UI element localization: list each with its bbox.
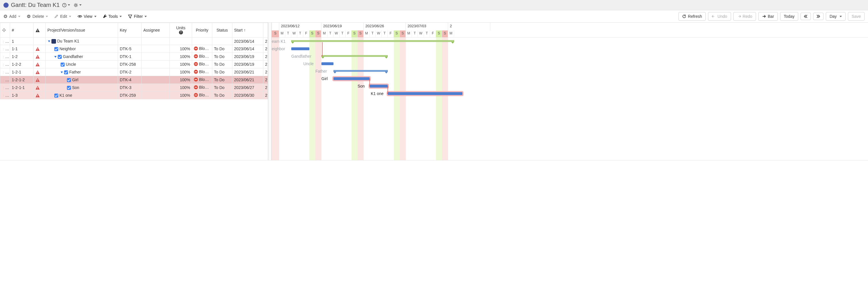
redo-button[interactable]: Redo (733, 12, 756, 21)
summary-bar[interactable] (334, 70, 388, 72)
svg-text:?: ? (63, 4, 65, 7)
col-warn[interactable] (34, 23, 46, 38)
cell-end: 2 (264, 61, 268, 68)
cell-name[interactable]: Father (46, 68, 118, 76)
cell-units: 100% (170, 45, 192, 53)
cell-warn (34, 92, 46, 99)
drag-handle-icon[interactable]: ⋮⋮ (2, 85, 9, 90)
summary-bar[interactable] (291, 40, 454, 42)
svg-rect-7 (37, 31, 38, 32)
table-row[interactable]: ⋮⋮1-3K1 oneDTK-259100%Blo…To Do2023/06/3… (0, 92, 268, 99)
bar-label: Uncle (303, 61, 314, 66)
task-bar[interactable] (370, 85, 388, 88)
col-status[interactable]: Status (212, 23, 232, 38)
table-row[interactable]: ⋮⋮1-2-1-1SonDTK-3100%Blo…To Do2023/06/27… (0, 84, 268, 92)
scroll-right-button[interactable] (813, 13, 824, 20)
task-bar[interactable] (291, 47, 309, 50)
pencil-icon (54, 14, 58, 19)
add-button[interactable]: Add (3, 14, 21, 19)
drag-handle-icon[interactable]: ⋮⋮ (2, 70, 9, 74)
drag-handle-icon[interactable]: ⋮⋮ (2, 39, 9, 44)
day-header: T (412, 30, 418, 37)
priority-blocker: Blo… (194, 93, 209, 97)
refresh-icon (682, 14, 686, 19)
warning-icon (35, 55, 40, 59)
col-issue[interactable]: Project/Version/Issue (46, 23, 118, 38)
svg-rect-20 (37, 95, 38, 96)
cell-start: 2023/06/27 (232, 84, 264, 92)
eye-icon (78, 14, 82, 19)
save-button[interactable]: Save (848, 12, 865, 21)
col-key[interactable]: Key (118, 23, 142, 38)
cell-units: 100% (170, 84, 192, 92)
col-start[interactable]: Start↑ (232, 23, 264, 38)
cell-units: 100% (170, 76, 192, 84)
day-header: S (351, 30, 358, 37)
cell-end: 2 (264, 45, 268, 53)
chevron-down-icon[interactable] (61, 71, 63, 73)
drag-handle-icon[interactable]: ⋮⋮ (2, 54, 9, 59)
cell-status: To Do (212, 45, 232, 53)
page-title: Gantt: Du Team K1 (11, 2, 60, 8)
zoom-level-button[interactable]: Day (826, 12, 846, 21)
cell-key: DTK-3 (118, 84, 142, 92)
view-button[interactable]: View (78, 14, 96, 19)
cell-name[interactable]: Gandfather (46, 53, 118, 61)
col-units[interactable]: Units? (170, 23, 192, 38)
drag-handle-icon[interactable]: ⋮⋮ (2, 62, 9, 67)
col-num[interactable]: # (10, 23, 34, 38)
table-row[interactable]: ⋮⋮1-2GandfatherDTK-1100%Blo…To Do2023/06… (0, 53, 268, 61)
table-row[interactable]: ⋮⋮1-2-1FatherDTK-2100%Blo…To Do2023/06/2… (0, 68, 268, 76)
drag-handle-icon[interactable]: ⋮⋮ (2, 93, 9, 98)
checkbox-icon (54, 47, 58, 51)
help-menu[interactable]: ? (62, 3, 70, 7)
chevron-down-icon[interactable] (48, 40, 50, 42)
undo-button[interactable]: Undo (708, 12, 731, 21)
bar-label: Girl (321, 76, 328, 81)
day-header: W (418, 30, 424, 37)
cell-name[interactable]: Neighbor (46, 45, 118, 53)
task-bar[interactable] (321, 62, 334, 65)
delete-button[interactable]: Delete (27, 14, 48, 19)
drag-handle-icon[interactable]: ⋮⋮ (2, 77, 9, 82)
cell-name[interactable]: Son (46, 84, 118, 92)
split-handle[interactable] (268, 23, 272, 160)
table-row[interactable]: ⋮⋮1Du Team K12023/06/142 (0, 38, 268, 45)
summary-bar[interactable] (321, 55, 388, 57)
task-bar[interactable] (334, 77, 370, 80)
bar-label: Father (315, 69, 327, 73)
tools-button[interactable]: Tools (103, 14, 122, 19)
svg-rect-17 (37, 81, 38, 81)
today-button[interactable]: Today (780, 12, 798, 21)
col-assignee[interactable]: Assignee (142, 23, 170, 38)
chevron-down-icon[interactable] (54, 56, 57, 58)
scroll-left-button[interactable] (801, 13, 811, 20)
day-header: W (334, 30, 340, 37)
day-header: F (345, 30, 351, 37)
cell-name[interactable]: Girl (46, 76, 118, 84)
table-row[interactable]: ⋮⋮1-1NeighborDTK-5100%Blo…To Do2023/06/1… (0, 45, 268, 53)
col-end-trunc[interactable] (264, 23, 268, 38)
col-priority[interactable]: Priority (192, 23, 212, 38)
filter-button[interactable]: Filter (128, 14, 147, 19)
settings-menu[interactable] (73, 3, 82, 7)
cell-name[interactable]: Uncle (46, 61, 118, 68)
table-row[interactable]: ⋮⋮1-2-2UncleDTK-258100%Blo…To Do2023/06/… (0, 61, 268, 68)
svg-rect-10 (37, 56, 38, 58)
refresh-button[interactable]: Refresh (678, 12, 706, 21)
task-bar[interactable] (388, 92, 462, 95)
help-icon: ? (62, 3, 67, 7)
priority-blocker: Blo… (194, 46, 209, 51)
drag-handle-icon[interactable]: ⋮⋮ (2, 46, 9, 51)
edit-button[interactable]: Edit (54, 14, 71, 19)
project-icon (52, 39, 56, 44)
col-drag[interactable] (0, 23, 10, 38)
bar-button[interactable]: Bar (758, 12, 778, 21)
cell-name[interactable]: Du Team K1 (46, 38, 118, 45)
table-row[interactable]: ⋮⋮1-2-1-2GirlDTK-4100%Blo…To Do2023/06/2… (0, 76, 268, 84)
cell-name[interactable]: K1 one (46, 92, 118, 99)
wrench-icon (103, 14, 107, 19)
cell-start: 2023/06/21 (232, 68, 264, 76)
blocker-icon (194, 54, 198, 58)
gantt-timeline[interactable]: 2023/06/122023/06/192023/06/262023/07/03… (272, 23, 868, 160)
